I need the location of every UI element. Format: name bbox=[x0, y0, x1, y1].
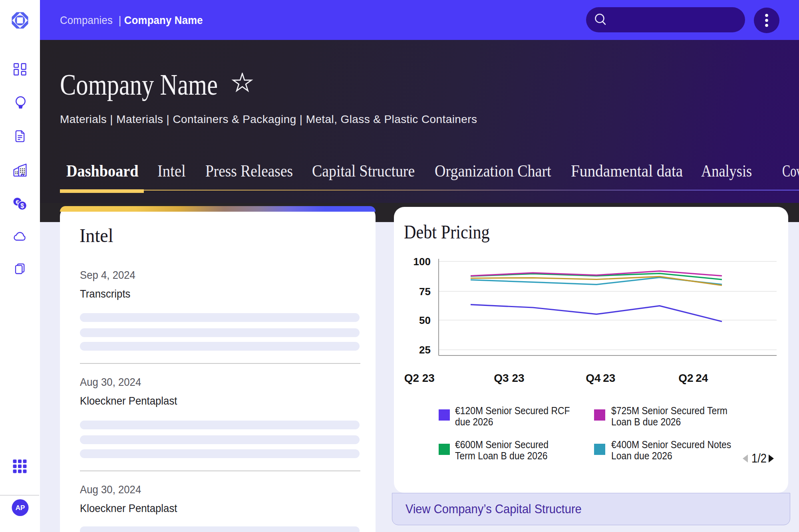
svg-text:100: 100 bbox=[413, 256, 431, 268]
svg-text:AP: AP bbox=[16, 504, 25, 512]
svg-text:$: $ bbox=[20, 202, 24, 209]
svg-text:Q2 24: Q2 24 bbox=[678, 372, 708, 384]
svg-text:Q3 23: Q3 23 bbox=[494, 372, 524, 384]
svg-text:Q2 23: Q2 23 bbox=[404, 372, 435, 384]
svg-text:50: 50 bbox=[419, 314, 431, 326]
svg-text:Q4 23: Q4 23 bbox=[586, 372, 615, 384]
svg-text:75: 75 bbox=[419, 286, 431, 298]
svg-text:25: 25 bbox=[419, 344, 431, 356]
